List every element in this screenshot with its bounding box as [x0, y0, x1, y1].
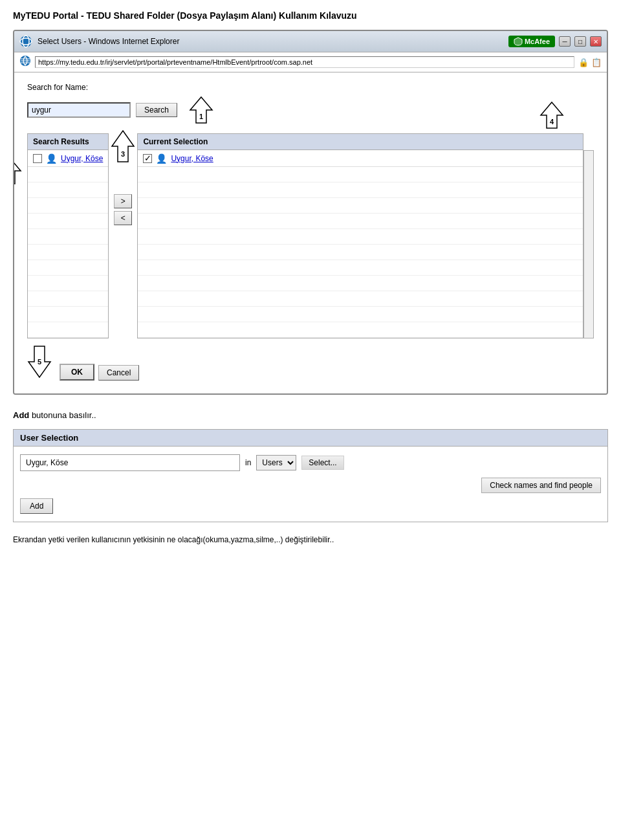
current-selection-header: Current Selection [138, 134, 583, 150]
svg-point-0 [20, 36, 32, 47]
arrow-1-icon: 1 [189, 96, 213, 124]
titlebar-right: McAfee ─ □ ✕ [508, 36, 602, 47]
left-section: 2 Search Results 👤 Uygur, Köse [27, 133, 109, 338]
user-sel-row: in Users Select... [20, 454, 601, 471]
search-results-panel: Search Results 👤 Uygur, Köse [27, 133, 109, 338]
panels-wrapper: 2 Search Results 👤 Uygur, Köse [27, 133, 594, 338]
sel-empty-row-5 [138, 229, 583, 245]
empty-row-1 [28, 167, 108, 182]
ok-button[interactable]: OK [60, 364, 94, 381]
search-for-name-label: Search for Name: [27, 83, 594, 92]
arrow-3-icon: 3 [111, 129, 135, 163]
minimize-button[interactable]: ─ [559, 36, 571, 47]
search-results-header: Search Results [28, 134, 108, 150]
close-button[interactable]: ✕ [590, 36, 602, 47]
arrow-2-icon: 2 [13, 157, 22, 185]
mcafee-label: McAfee [525, 38, 550, 45]
svg-marker-9 [13, 158, 21, 184]
transfer-left-button[interactable]: < [114, 211, 132, 225]
lock-icon: 🔒 [578, 58, 589, 67]
cert-icon: 📋 [591, 58, 602, 67]
search-empty-rows [28, 167, 108, 338]
result-user-name[interactable]: Uygur, Köse [61, 154, 103, 163]
right-scrollbar[interactable] [583, 150, 594, 338]
empty-row-7 [28, 260, 108, 276]
empty-row-10 [28, 307, 108, 322]
annotation-arrow-4: 4 [539, 101, 564, 131]
empty-row-11 [28, 322, 108, 338]
selected-result-row: ✓ 👤 Uygur, Köse [138, 150, 583, 167]
bottom-area: 5 OK Cancel [27, 345, 594, 381]
selection-empty-rows [138, 167, 583, 338]
empty-row-2 [28, 182, 108, 198]
add-text-section: Add butonuna basılır.. [13, 410, 608, 420]
sel-empty-row-1 [138, 167, 583, 182]
search-button[interactable]: Search [136, 103, 177, 117]
annotation-arrow-2: 2 [13, 157, 22, 187]
empty-row-5 [28, 229, 108, 245]
user-icon-selected: 👤 [156, 153, 167, 164]
page-title: MyTEDU Portal - TEDU Shared Folder (Dosy… [13, 10, 608, 21]
add-bold-text: Add [13, 410, 29, 420]
sel-empty-row-4 [138, 214, 583, 229]
arrow-5-icon: 5 [27, 345, 52, 379]
sel-empty-row-8 [138, 276, 583, 291]
titlebar-left: Select Users - Windows Internet Explorer [19, 35, 179, 48]
sel-empty-row-9 [138, 291, 583, 307]
check-names-button[interactable]: Check names and find people [481, 478, 601, 493]
selected-checkbox[interactable]: ✓ [143, 154, 152, 163]
ie-icon [19, 35, 32, 48]
add-suffix-text: butonuna basılır.. [29, 410, 96, 420]
user-name-field[interactable] [20, 454, 240, 471]
dialog-area: Search for Name: Search 1 [27, 83, 594, 381]
cancel-button[interactable]: Cancel [98, 365, 139, 381]
annotation-arrow-5: 5 [27, 345, 52, 381]
sel-empty-row-2 [138, 182, 583, 198]
in-label: in [245, 458, 251, 467]
address-bar[interactable]: https://my.tedu.edu.tr/irj/servlet/prt/p… [35, 56, 574, 68]
arrow-4-icon: 4 [539, 101, 564, 129]
annotation-arrow-1: 1 [189, 96, 213, 124]
address-bar-icon [19, 55, 31, 67]
user-selection-body: in Users Select... Check names and find … [14, 447, 607, 522]
search-input[interactable] [27, 102, 131, 118]
transfer-section: 3 > < [109, 133, 137, 225]
selected-user-name[interactable]: Uygur, Köse [171, 154, 213, 163]
user-selection-panel: User Selection in Users Select... Check … [13, 429, 608, 522]
svg-text:5: 5 [38, 358, 41, 366]
svg-text:4: 4 [550, 118, 554, 126]
empty-row-8 [28, 276, 108, 291]
footer-text: Ekrandan yetki verilen kullanıcının yetk… [13, 535, 608, 544]
right-section: 4 Current Selection ✓ 👤 Uygur, Köse [137, 133, 583, 338]
mcafee-badge: McAfee [508, 36, 555, 47]
browser-addressbar: https://my.tedu.edu.tr/irj/servlet/prt/p… [14, 52, 607, 72]
restore-button[interactable]: □ [574, 36, 586, 47]
users-select[interactable]: Users [256, 455, 296, 470]
empty-row-6 [28, 245, 108, 260]
result-checkbox[interactable] [33, 154, 42, 163]
search-row: Search 1 [27, 96, 594, 124]
user-selection-header: User Selection [14, 430, 607, 447]
browser-title-text: Select Users - Windows Internet Explorer [38, 37, 179, 46]
transfer-buttons: > < [114, 194, 132, 225]
annotation-arrow-3: 3 [111, 129, 135, 165]
add-button[interactable]: Add [20, 498, 53, 514]
svg-text:3: 3 [121, 150, 125, 158]
browser-content: Search for Name: Search 1 [14, 72, 607, 393]
sel-empty-row-10 [138, 307, 583, 322]
search-result-row: 👤 Uygur, Köse [28, 150, 108, 167]
select-button[interactable]: Select... [301, 456, 343, 470]
svg-text:1: 1 [199, 113, 203, 120]
empty-row-4 [28, 214, 108, 229]
current-selection-panel: Current Selection ✓ 👤 Uygur, Köse [137, 133, 583, 338]
ie-nav-icon [19, 55, 31, 69]
address-icons: 🔒 📋 [578, 58, 602, 67]
sel-empty-row-6 [138, 245, 583, 260]
sel-empty-row-11 [138, 322, 583, 338]
sel-empty-row-7 [138, 260, 583, 276]
browser-window: Select Users - Windows Internet Explorer… [13, 30, 608, 395]
empty-row-3 [28, 198, 108, 214]
user-icon-result: 👤 [46, 153, 57, 164]
transfer-right-button[interactable]: > [114, 194, 132, 208]
browser-titlebar: Select Users - Windows Internet Explorer… [14, 31, 607, 52]
